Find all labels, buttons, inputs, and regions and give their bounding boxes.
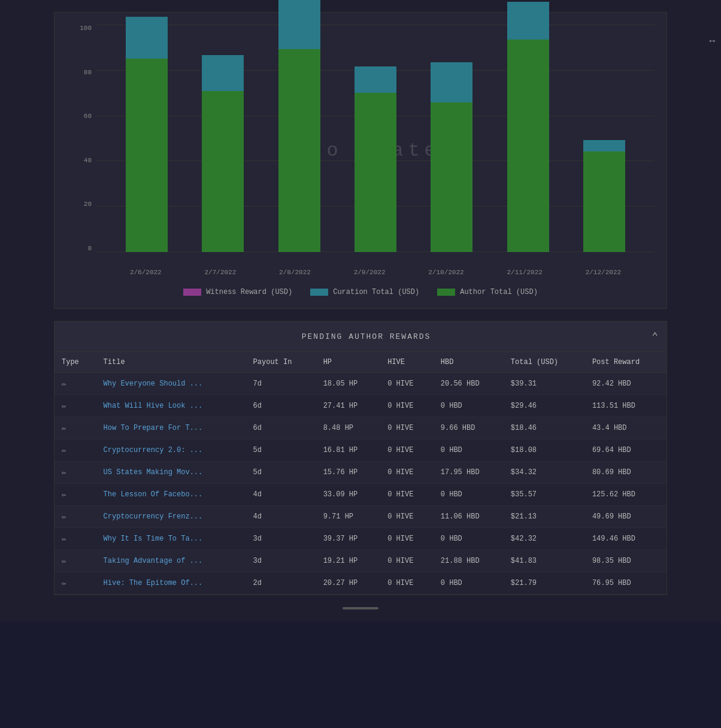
bar-author-5 [507,40,549,252]
edit-icon[interactable]: ✏ [62,512,66,521]
cell-total-usd: $35.57 [504,484,585,506]
title-link[interactable]: US States Making Mov... [104,468,203,477]
table-header-row: Type Title Payout In HP HIVE HBD Total (… [54,352,667,373]
cell-post-reward: 92.42 HBD [585,373,667,395]
col-total-usd: Total (USD) [504,352,585,373]
table-row: ✏Why Everyone Should ...7d18.05 HP0 HIVE… [54,373,667,395]
cell-hive: 0 HIVE [380,506,434,528]
cell-post-reward: 69.64 HBD [585,439,667,462]
col-post-reward: Post Reward [585,352,667,373]
cell-hbd: 20.56 HBD [434,373,504,395]
cell-hive: 0 HIVE [380,417,434,439]
title-link[interactable]: Why It Is Time To Ta... [104,535,203,543]
edit-icon[interactable]: ✏ [62,557,66,566]
bar-curation-4 [431,62,472,102]
cell-type: ✏ [54,484,96,506]
edit-icon[interactable]: ✏ [62,446,66,455]
table-row: ✏US States Making Mov...5d15.76 HP0 HIVE… [54,462,667,484]
cell-title: US States Making Mov... [96,462,246,484]
y-label-60: 60 [84,113,92,120]
table-row: ✏Why It Is Time To Ta...3d39.37 HP0 HIVE… [54,528,667,550]
bar-stack-5 [507,2,549,252]
cell-hive: 0 HIVE [380,550,434,572]
cell-hive: 0 HIVE [380,395,434,417]
cell-hp: 18.05 HP [316,373,381,395]
y-label-80: 80 [84,69,92,76]
x-label-1: 2/7/2022 [204,269,236,276]
bar-curation-0 [126,17,168,59]
title-link[interactable]: What Will Hive Look ... [104,402,203,410]
y-label-40: 40 [84,157,92,164]
y-label-0: 0 [87,245,92,252]
col-hive: HIVE [380,352,434,373]
cell-payout-in: 4d [246,484,316,506]
curation-color-swatch [310,289,328,296]
col-hp: HP [316,352,381,373]
cell-hbd: 0 HBD [434,395,504,417]
title-link[interactable]: Cryptocurrency 2.0: ... [104,446,203,454]
col-payout-in: Payout In [246,352,316,373]
cell-hp: 39.37 HP [316,528,381,550]
cell-payout-in: 5d [246,439,316,462]
cell-post-reward: 76.95 HBD [585,572,667,594]
x-label-5: 2/11/2022 [507,269,542,276]
cell-title: Cryptocurrency 2.0: ... [96,439,246,462]
chart-legend: Witness Reward (USD) Curation Total (USD… [66,282,655,302]
edit-icon[interactable]: ✏ [62,579,66,588]
cell-post-reward: 98.35 HBD [585,550,667,572]
bar-group-4 [431,62,472,252]
chart-area: 0 20 40 60 80 100 No State [66,25,655,276]
edit-icon[interactable]: ✏ [62,402,66,411]
edit-icon[interactable]: ✏ [62,535,66,544]
bar-author-0 [126,59,168,252]
main-wrapper: 0 20 40 60 80 100 No State [0,0,721,621]
cell-type: ✏ [54,462,96,484]
edit-icon[interactable]: ✏ [62,380,66,389]
y-axis: 0 20 40 60 80 100 [66,25,96,252]
cell-hp: 20.27 HP [316,572,381,594]
title-link[interactable]: Cryptocurrency Frenz... [104,512,203,521]
bar-stack-3 [355,66,396,252]
cell-post-reward: 49.69 HBD [585,506,667,528]
bar-curation-3 [355,66,396,93]
cell-total-usd: $34.32 [504,462,585,484]
bar-author-1 [202,91,244,252]
cell-title: What Will Hive Look ... [96,395,246,417]
title-link[interactable]: Why Everyone Should ... [104,380,203,388]
bottom-handle[interactable] [343,607,378,609]
cell-hbd: 0 HBD [434,484,504,506]
title-link[interactable]: Taking Advantage of ... [104,557,203,565]
cell-hive: 0 HIVE [380,373,434,395]
cell-post-reward: 125.62 HBD [585,484,667,506]
table-section: PENDING AUTHOR REWARDS ⌃ Type Title Payo… [54,321,667,595]
bar-group-0 [126,17,168,252]
cell-total-usd: $18.08 [504,439,585,462]
bar-group-3 [355,66,396,252]
cell-payout-in: 4d [246,506,316,528]
bar-stack-6 [583,140,625,252]
edit-icon[interactable]: ✏ [62,424,66,433]
cell-type: ✏ [54,439,96,462]
title-link[interactable]: Hive: The Epitome Of... [104,579,203,587]
cell-post-reward: 113.51 HBD [585,395,667,417]
legend-author: Author Total (USD) [437,288,538,296]
bar-author-6 [583,151,625,252]
title-link[interactable]: How To Prepare For T... [104,424,203,432]
resize-handle[interactable]: ↔ [709,36,715,47]
cell-hp: 8.48 HP [316,417,381,439]
y-label-20: 20 [84,201,92,208]
cell-total-usd: $39.31 [504,373,585,395]
cell-hbd: 21.88 HBD [434,550,504,572]
cell-payout-in: 5d [246,462,316,484]
bar-author-2 [278,49,320,252]
collapse-button[interactable]: ⌃ [652,330,658,343]
cell-hbd: 11.06 HBD [434,506,504,528]
cell-payout-in: 3d [246,550,316,572]
cell-hbd: 0 HBD [434,572,504,594]
edit-icon[interactable]: ✏ [62,468,66,477]
witness-legend-label: Witness Reward (USD) [206,288,292,296]
bar-author-4 [431,102,472,252]
cell-type: ✏ [54,417,96,439]
edit-icon[interactable]: ✏ [62,490,66,499]
title-link[interactable]: The Lesson Of Facebo... [104,490,203,499]
